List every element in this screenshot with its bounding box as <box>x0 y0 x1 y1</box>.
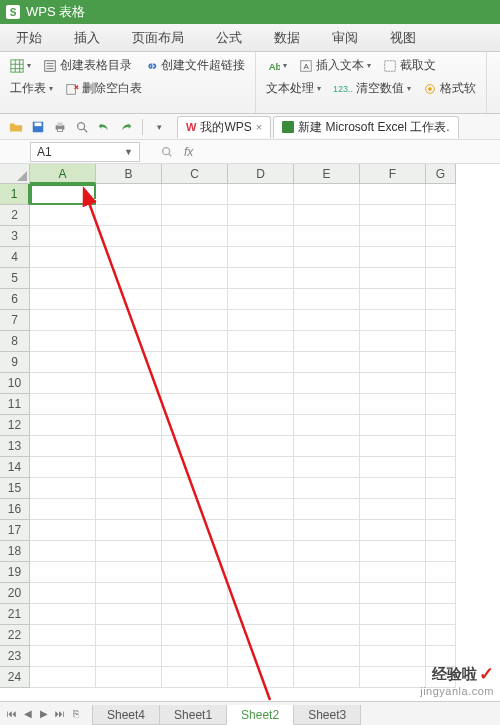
cell[interactable] <box>96 226 162 247</box>
cell[interactable] <box>360 394 426 415</box>
cell[interactable] <box>360 268 426 289</box>
cell[interactable] <box>426 457 456 478</box>
cell[interactable] <box>162 331 228 352</box>
cell[interactable] <box>96 520 162 541</box>
cell[interactable] <box>162 520 228 541</box>
cell[interactable] <box>30 268 96 289</box>
cell[interactable] <box>294 373 360 394</box>
cell[interactable] <box>360 247 426 268</box>
cell[interactable] <box>30 289 96 310</box>
cell[interactable] <box>228 583 294 604</box>
cell[interactable] <box>294 268 360 289</box>
cell[interactable] <box>162 205 228 226</box>
menu-review[interactable]: 审阅 <box>316 24 374 51</box>
cell[interactable] <box>294 499 360 520</box>
cell[interactable] <box>294 520 360 541</box>
delete-blank-sheet-button[interactable]: 删除空白表 <box>63 79 144 98</box>
cell[interactable] <box>426 562 456 583</box>
open-button[interactable] <box>6 117 26 137</box>
cell[interactable] <box>30 478 96 499</box>
cell[interactable] <box>426 184 456 205</box>
cell[interactable] <box>228 352 294 373</box>
cell[interactable] <box>162 499 228 520</box>
cell[interactable] <box>162 394 228 415</box>
cell[interactable] <box>96 625 162 646</box>
cell[interactable] <box>228 541 294 562</box>
col-header-b[interactable]: B <box>96 164 162 184</box>
cell[interactable] <box>96 583 162 604</box>
cell[interactable] <box>96 247 162 268</box>
sheet-new-button[interactable]: ⎘ <box>68 705 84 723</box>
cell[interactable] <box>426 583 456 604</box>
cell[interactable] <box>294 184 360 205</box>
cell[interactable] <box>228 667 294 688</box>
row-header-5[interactable]: 5 <box>0 268 30 289</box>
cell[interactable] <box>96 478 162 499</box>
cell[interactable] <box>30 436 96 457</box>
cell[interactable] <box>360 625 426 646</box>
col-header-g[interactable]: G <box>426 164 456 184</box>
cell[interactable] <box>426 478 456 499</box>
cell[interactable] <box>96 562 162 583</box>
row-header-10[interactable]: 10 <box>0 373 30 394</box>
row-header-7[interactable]: 7 <box>0 310 30 331</box>
row-header-11[interactable]: 11 <box>0 394 30 415</box>
cell[interactable] <box>228 310 294 331</box>
cell[interactable] <box>360 310 426 331</box>
row-header-17[interactable]: 17 <box>0 520 30 541</box>
clear-values-button[interactable]: 123.. 清空数值 ▾ <box>331 79 413 98</box>
cell[interactable] <box>426 331 456 352</box>
cell[interactable] <box>30 457 96 478</box>
cell[interactable] <box>30 520 96 541</box>
cell[interactable] <box>360 289 426 310</box>
cell[interactable] <box>228 436 294 457</box>
insert-text-button[interactable]: A 插入文本 ▾ <box>297 56 373 75</box>
cell[interactable] <box>360 541 426 562</box>
row-header-2[interactable]: 2 <box>0 205 30 226</box>
cell[interactable] <box>360 436 426 457</box>
cell[interactable] <box>96 184 162 205</box>
cell[interactable] <box>426 247 456 268</box>
row-header-15[interactable]: 15 <box>0 478 30 499</box>
cell[interactable] <box>162 583 228 604</box>
workbook-layout-button[interactable]: ▾ <box>8 58 33 74</box>
cell[interactable] <box>228 331 294 352</box>
cell[interactable] <box>360 478 426 499</box>
text-process-dropdown[interactable]: 文本处理 ▾ <box>264 79 323 98</box>
cell[interactable] <box>426 394 456 415</box>
cells-area[interactable] <box>30 184 500 701</box>
cell[interactable] <box>360 373 426 394</box>
cell[interactable] <box>426 352 456 373</box>
search-icon[interactable] <box>160 145 174 159</box>
text-tool-button[interactable]: Ab ▾ <box>264 58 289 74</box>
cell[interactable] <box>228 520 294 541</box>
cell[interactable] <box>426 415 456 436</box>
cell[interactable] <box>426 268 456 289</box>
close-icon[interactable]: × <box>256 121 262 133</box>
row-header-1[interactable]: 1 <box>0 184 30 205</box>
row-header-3[interactable]: 3 <box>0 226 30 247</box>
cell[interactable] <box>162 541 228 562</box>
cell[interactable] <box>162 625 228 646</box>
cell[interactable] <box>294 331 360 352</box>
cell[interactable] <box>96 604 162 625</box>
cell[interactable] <box>294 478 360 499</box>
cell[interactable] <box>294 205 360 226</box>
cell[interactable] <box>294 352 360 373</box>
sheet-tab-sheet4[interactable]: Sheet4 <box>92 705 160 725</box>
cell[interactable] <box>294 289 360 310</box>
cell[interactable] <box>228 415 294 436</box>
cell[interactable] <box>360 226 426 247</box>
cell[interactable] <box>162 247 228 268</box>
cell[interactable] <box>360 352 426 373</box>
cell[interactable] <box>294 604 360 625</box>
cell[interactable] <box>30 415 96 436</box>
row-header-24[interactable]: 24 <box>0 667 30 688</box>
row-header-12[interactable]: 12 <box>0 415 30 436</box>
print-preview-button[interactable] <box>72 117 92 137</box>
cell[interactable] <box>294 310 360 331</box>
save-button[interactable] <box>28 117 48 137</box>
doc-tab-wps-home[interactable]: W 我的WPS × <box>177 116 271 138</box>
cell[interactable] <box>96 268 162 289</box>
format-button[interactable]: 格式软 <box>421 79 478 98</box>
